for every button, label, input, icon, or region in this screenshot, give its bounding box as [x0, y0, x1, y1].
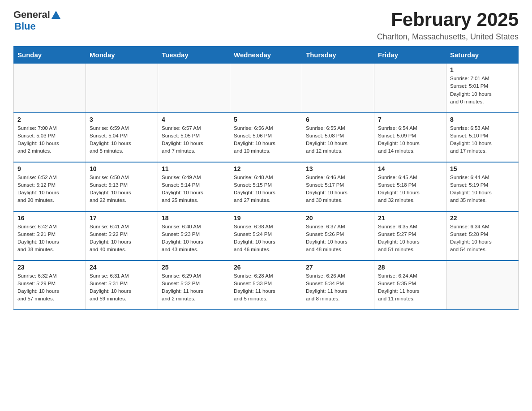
day-cell: 22Sunrise: 6:34 AMSunset: 5:28 PMDayligh…	[446, 211, 519, 261]
day-number: 5	[234, 116, 298, 123]
day-cell	[14, 64, 86, 113]
day-cell: 17Sunrise: 6:41 AMSunset: 5:22 PMDayligh…	[86, 211, 158, 261]
day-number: 1	[450, 66, 515, 73]
day-info: Sunrise: 6:45 AMSunset: 5:18 PMDaylight:…	[378, 174, 442, 205]
header-row: SundayMondayTuesdayWednesdayThursdayFrid…	[14, 47, 519, 64]
day-cell: 21Sunrise: 6:35 AMSunset: 5:27 PMDayligh…	[374, 211, 446, 261]
day-info: Sunrise: 6:38 AMSunset: 5:24 PMDaylight:…	[234, 223, 298, 254]
day-info: Sunrise: 6:53 AMSunset: 5:10 PMDaylight:…	[450, 124, 515, 155]
logo-triangle-icon	[51, 11, 60, 19]
column-header-wednesday: Wednesday	[230, 47, 302, 64]
day-cell: 10Sunrise: 6:50 AMSunset: 5:13 PMDayligh…	[86, 162, 158, 211]
day-info: Sunrise: 6:50 AMSunset: 5:13 PMDaylight:…	[90, 174, 154, 205]
day-number: 7	[378, 116, 442, 123]
day-cell: 11Sunrise: 6:49 AMSunset: 5:14 PMDayligh…	[158, 162, 230, 211]
day-number: 22	[450, 214, 515, 222]
column-header-tuesday: Tuesday	[158, 47, 230, 64]
day-cell: 5Sunrise: 6:56 AMSunset: 5:06 PMDaylight…	[230, 113, 302, 162]
day-cell	[86, 64, 158, 113]
day-cell: 9Sunrise: 6:52 AMSunset: 5:12 PMDaylight…	[14, 162, 86, 211]
day-info: Sunrise: 6:37 AMSunset: 5:26 PMDaylight:…	[306, 223, 370, 254]
day-cell: 6Sunrise: 6:55 AMSunset: 5:08 PMDaylight…	[302, 113, 374, 162]
day-number: 19	[234, 214, 298, 222]
day-cell	[374, 64, 446, 113]
day-cell	[230, 64, 302, 113]
column-header-monday: Monday	[86, 47, 158, 64]
column-header-friday: Friday	[374, 47, 446, 64]
day-number: 3	[90, 116, 154, 123]
week-row-1: 1Sunrise: 7:01 AMSunset: 5:01 PMDaylight…	[14, 64, 519, 113]
day-cell: 16Sunrise: 6:42 AMSunset: 5:21 PMDayligh…	[14, 211, 86, 261]
day-number: 6	[306, 116, 370, 123]
day-number: 16	[17, 214, 82, 222]
day-cell: 14Sunrise: 6:45 AMSunset: 5:18 PMDayligh…	[374, 162, 446, 211]
calendar-body: 1Sunrise: 7:01 AMSunset: 5:01 PMDaylight…	[14, 64, 519, 310]
day-cell	[302, 64, 374, 113]
day-cell: 1Sunrise: 7:01 AMSunset: 5:01 PMDaylight…	[446, 64, 519, 113]
day-info: Sunrise: 6:57 AMSunset: 5:05 PMDaylight:…	[162, 124, 226, 155]
day-cell: 27Sunrise: 6:26 AMSunset: 5:34 PMDayligh…	[302, 261, 374, 310]
day-number: 20	[306, 214, 370, 222]
day-cell: 7Sunrise: 6:54 AMSunset: 5:09 PMDaylight…	[374, 113, 446, 162]
day-info: Sunrise: 6:26 AMSunset: 5:34 PMDaylight:…	[306, 272, 370, 303]
day-info: Sunrise: 6:56 AMSunset: 5:06 PMDaylight:…	[234, 124, 298, 155]
day-number: 9	[17, 165, 82, 172]
day-cell: 12Sunrise: 6:48 AMSunset: 5:15 PMDayligh…	[230, 162, 302, 211]
day-number: 11	[162, 165, 226, 172]
day-cell	[158, 64, 230, 113]
logo-blue-text: Blue	[14, 21, 36, 32]
day-cell: 19Sunrise: 6:38 AMSunset: 5:24 PMDayligh…	[230, 211, 302, 261]
day-cell: 4Sunrise: 6:57 AMSunset: 5:05 PMDaylight…	[158, 113, 230, 162]
day-info: Sunrise: 7:00 AMSunset: 5:03 PMDaylight:…	[17, 124, 82, 155]
week-row-2: 2Sunrise: 7:00 AMSunset: 5:03 PMDaylight…	[14, 113, 519, 162]
day-cell: 20Sunrise: 6:37 AMSunset: 5:26 PMDayligh…	[302, 211, 374, 261]
day-number: 26	[234, 264, 298, 271]
day-number: 14	[378, 165, 442, 172]
day-number: 28	[378, 264, 442, 271]
title-block: February 2025 Charlton, Massachusetts, U…	[377, 9, 519, 42]
day-number: 4	[162, 116, 226, 123]
day-number: 18	[162, 214, 226, 222]
day-cell: 23Sunrise: 6:32 AMSunset: 5:29 PMDayligh…	[14, 261, 86, 310]
day-info: Sunrise: 6:52 AMSunset: 5:12 PMDaylight:…	[17, 174, 82, 205]
page-header: General Blue February 2025 Charlton, Mas…	[13, 9, 519, 42]
week-row-4: 16Sunrise: 6:42 AMSunset: 5:21 PMDayligh…	[14, 211, 519, 261]
day-number: 21	[378, 214, 442, 222]
day-info: Sunrise: 7:01 AMSunset: 5:01 PMDaylight:…	[450, 75, 515, 106]
day-info: Sunrise: 6:59 AMSunset: 5:04 PMDaylight:…	[90, 124, 154, 155]
day-cell: 15Sunrise: 6:44 AMSunset: 5:19 PMDayligh…	[446, 162, 519, 211]
day-cell: 2Sunrise: 7:00 AMSunset: 5:03 PMDaylight…	[14, 113, 86, 162]
day-cell: 8Sunrise: 6:53 AMSunset: 5:10 PMDaylight…	[446, 113, 519, 162]
column-header-saturday: Saturday	[446, 47, 519, 64]
day-number: 24	[90, 264, 154, 271]
day-cell: 13Sunrise: 6:46 AMSunset: 5:17 PMDayligh…	[302, 162, 374, 211]
logo: General Blue	[13, 9, 60, 32]
calendar-subtitle: Charlton, Massachusetts, United States	[377, 32, 519, 42]
day-cell: 25Sunrise: 6:29 AMSunset: 5:32 PMDayligh…	[158, 261, 230, 310]
day-info: Sunrise: 6:44 AMSunset: 5:19 PMDaylight:…	[450, 174, 515, 205]
day-number: 27	[306, 264, 370, 271]
day-cell	[446, 261, 519, 310]
day-cell: 26Sunrise: 6:28 AMSunset: 5:33 PMDayligh…	[230, 261, 302, 310]
calendar-header: SundayMondayTuesdayWednesdayThursdayFrid…	[14, 47, 519, 64]
day-cell: 24Sunrise: 6:31 AMSunset: 5:31 PMDayligh…	[86, 261, 158, 310]
week-row-3: 9Sunrise: 6:52 AMSunset: 5:12 PMDaylight…	[14, 162, 519, 211]
day-number: 13	[306, 165, 370, 172]
column-header-thursday: Thursday	[302, 47, 374, 64]
day-info: Sunrise: 6:32 AMSunset: 5:29 PMDaylight:…	[17, 272, 82, 303]
day-number: 17	[90, 214, 154, 222]
day-info: Sunrise: 6:29 AMSunset: 5:32 PMDaylight:…	[162, 272, 226, 303]
day-info: Sunrise: 6:42 AMSunset: 5:21 PMDaylight:…	[17, 223, 82, 254]
day-info: Sunrise: 6:48 AMSunset: 5:15 PMDaylight:…	[234, 174, 298, 205]
day-number: 15	[450, 165, 515, 172]
day-info: Sunrise: 6:54 AMSunset: 5:09 PMDaylight:…	[378, 124, 442, 155]
day-number: 8	[450, 116, 515, 123]
day-cell: 28Sunrise: 6:24 AMSunset: 5:35 PMDayligh…	[374, 261, 446, 310]
day-cell: 18Sunrise: 6:40 AMSunset: 5:23 PMDayligh…	[158, 211, 230, 261]
day-info: Sunrise: 6:24 AMSunset: 5:35 PMDaylight:…	[378, 272, 442, 303]
day-number: 10	[90, 165, 154, 172]
day-number: 23	[17, 264, 82, 271]
week-row-5: 23Sunrise: 6:32 AMSunset: 5:29 PMDayligh…	[14, 261, 519, 310]
logo-general-text: General	[13, 9, 50, 21]
day-number: 25	[162, 264, 226, 271]
